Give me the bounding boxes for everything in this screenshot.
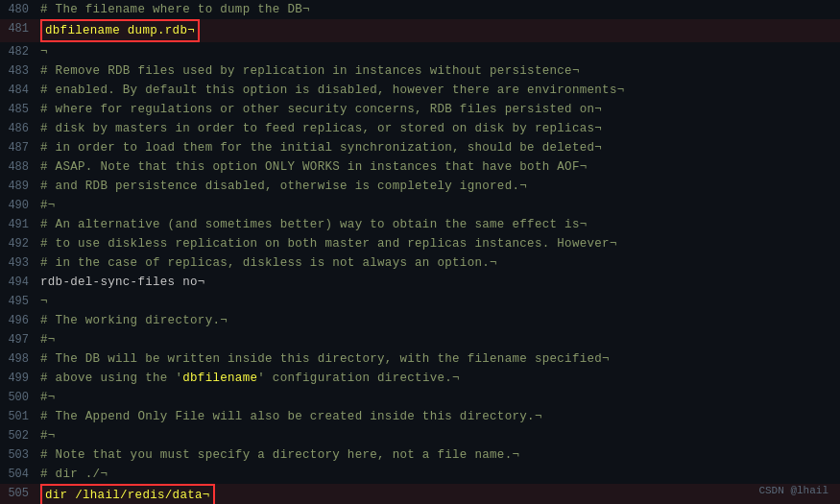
- code-line: 495¬: [0, 292, 840, 311]
- line-number: 502: [0, 426, 40, 445]
- code-line: 499# above using the 'dbfilename' config…: [0, 369, 840, 388]
- line-number: 495: [0, 292, 40, 311]
- line-text: ¬: [40, 292, 832, 311]
- line-text: # dir ./¬: [40, 465, 832, 484]
- code-line: 497#¬: [0, 330, 840, 349]
- code-line: 488# ASAP. Note that this option ONLY WO…: [0, 157, 840, 177]
- line-number: 480: [0, 0, 40, 19]
- line-text: # Remove RDB files used by replication i…: [40, 61, 832, 81]
- line-number: 497: [0, 330, 40, 349]
- watermark-label: CSDN @lhail: [758, 485, 828, 496]
- code-line: 482¬: [0, 42, 840, 61]
- line-number: 500: [0, 388, 40, 407]
- line-number: 491: [0, 215, 40, 234]
- line-text: #¬: [40, 388, 832, 407]
- code-line: 494rdb-del-sync-files no¬: [0, 273, 840, 292]
- line-number: 492: [0, 234, 40, 253]
- line-number: 494: [0, 273, 40, 292]
- line-text: dbfilename dump.rdb¬: [40, 19, 832, 42]
- line-text: # enabled. By default this option is dis…: [40, 81, 832, 100]
- line-text: #¬: [40, 426, 832, 445]
- code-line: 483# Remove RDB files used by replicatio…: [0, 61, 840, 81]
- line-number: 505: [0, 484, 40, 503]
- code-line: 489# and RDB persistence disabled, other…: [0, 177, 840, 196]
- code-line: 490#¬: [0, 196, 840, 215]
- line-text: # An alternative (and sometimes better) …: [40, 215, 832, 234]
- line-number: 499: [0, 369, 40, 388]
- line-number: 498: [0, 349, 40, 369]
- line-text: # The DB will be written inside this dir…: [40, 349, 832, 369]
- code-line: 480# The filename where to dump the DB¬: [0, 0, 840, 19]
- line-number: 484: [0, 81, 40, 100]
- line-number: 482: [0, 42, 40, 61]
- code-editor: 480# The filename where to dump the DB¬4…: [0, 0, 840, 504]
- line-number: 488: [0, 157, 40, 177]
- code-line: 493# in the case of replicas, diskless i…: [0, 253, 840, 273]
- line-number: 486: [0, 119, 40, 138]
- code-line: 485# where for regulations or other secu…: [0, 100, 840, 119]
- line-text: # The filename where to dump the DB¬: [40, 0, 832, 19]
- code-line: 496# The working directory.¬: [0, 311, 840, 330]
- line-text: # in the case of replicas, diskless is n…: [40, 253, 832, 273]
- line-text: rdb-del-sync-files no¬: [40, 273, 832, 292]
- code-line: 504# dir ./¬: [0, 465, 840, 484]
- line-text: # above using the 'dbfilename' configura…: [40, 369, 832, 388]
- line-number: 487: [0, 138, 40, 157]
- line-text: # The Append Only File will also be crea…: [40, 407, 832, 426]
- line-text: #¬: [40, 330, 832, 349]
- line-text: # and RDB persistence disabled, otherwis…: [40, 177, 832, 196]
- line-number: 496: [0, 311, 40, 330]
- code-line: 481dbfilename dump.rdb¬: [0, 19, 840, 42]
- line-text: dir /lhail/redis/data¬: [40, 484, 832, 504]
- code-line: 498# The DB will be written inside this …: [0, 349, 840, 369]
- code-line: 486# disk by masters in order to feed re…: [0, 119, 840, 138]
- line-number: 483: [0, 61, 40, 81]
- line-number: 490: [0, 196, 40, 215]
- line-text: # ASAP. Note that this option ONLY WORKS…: [40, 157, 832, 177]
- line-number: 481: [0, 19, 40, 38]
- line-number: 501: [0, 407, 40, 426]
- line-number: 504: [0, 465, 40, 484]
- line-text: # where for regulations or other securit…: [40, 100, 832, 119]
- line-text: #¬: [40, 196, 832, 215]
- code-line: 502#¬: [0, 426, 840, 445]
- line-text: # to use diskless replication on both ma…: [40, 234, 832, 253]
- line-text: # The working directory.¬: [40, 311, 832, 330]
- code-line: 491# An alternative (and sometimes bette…: [0, 215, 840, 234]
- line-number: 489: [0, 177, 40, 196]
- line-number: 503: [0, 445, 40, 465]
- line-number: 493: [0, 253, 40, 273]
- code-line: 501# The Append Only File will also be c…: [0, 407, 840, 426]
- code-line: 503# Note that you must specify a direct…: [0, 445, 840, 465]
- code-line: 505dir /lhail/redis/data¬: [0, 484, 840, 504]
- code-content: 480# The filename where to dump the DB¬4…: [0, 0, 840, 504]
- code-line: 484# enabled. By default this option is …: [0, 81, 840, 100]
- line-text: # disk by masters in order to feed repli…: [40, 119, 832, 138]
- code-line: 500#¬: [0, 388, 840, 407]
- line-text: # in order to load them for the initial …: [40, 138, 832, 157]
- code-line: 492# to use diskless replication on both…: [0, 234, 840, 253]
- line-number: 485: [0, 100, 40, 119]
- line-text: ¬: [40, 42, 832, 61]
- code-line: 487# in order to load them for the initi…: [0, 138, 840, 157]
- line-text: # Note that you must specify a directory…: [40, 445, 832, 465]
